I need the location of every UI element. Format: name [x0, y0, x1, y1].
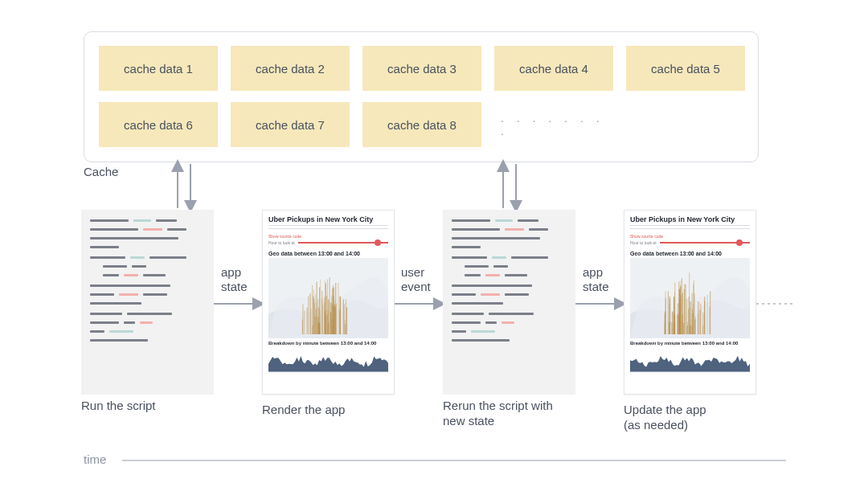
- cache-panel: cache data 1cache data 2cache data 3cach…: [84, 31, 759, 162]
- app-slider-row: Hour to look at: [630, 240, 750, 245]
- arrow-user-event: [395, 297, 443, 310]
- time-label: time: [84, 452, 106, 466]
- cache-cell: cache data 1: [99, 46, 218, 91]
- step-label-run: Run the script: [81, 399, 156, 414]
- app-breakdown-chart: [268, 346, 388, 375]
- app-map: [630, 258, 750, 338]
- script-panel-1: [81, 210, 214, 395]
- app-panel-1: Uber Pickups in New York CityShow source…: [262, 210, 395, 395]
- app-description: [630, 225, 750, 231]
- diagram-stage: cache data 1cache data 2cache data 3cach…: [0, 0, 868, 487]
- app-source-link: Show source code: [268, 234, 388, 239]
- app-source-link: Show source code: [630, 234, 750, 239]
- cache-script-arrows-2: [498, 162, 522, 210]
- app-title: Uber Pickups in New York City: [630, 215, 750, 223]
- arrow-app-state-2: [575, 297, 624, 310]
- app-slider-label: Hour to look at: [630, 240, 657, 245]
- cache-cell: cache data 8: [362, 102, 481, 147]
- app-geo-subtitle: Geo data between 13:00 and 14:00: [268, 251, 388, 256]
- arrow-label-user-event: user event: [401, 265, 431, 294]
- cache-cell: cache data 7: [231, 102, 350, 147]
- app-breakdown-subtitle: Breakdown by minute between 13:00 and 14…: [268, 341, 388, 346]
- step-label-update: Update the app (as needed): [624, 403, 706, 433]
- app-description: [268, 225, 388, 231]
- app-slider-row: Hour to look at: [268, 240, 388, 245]
- cache-ellipsis: . . . . . . . .: [494, 102, 613, 147]
- time-axis: [122, 460, 786, 461]
- cache-cell: cache data 6: [99, 102, 218, 147]
- script-panel-2: [443, 210, 575, 395]
- app-title: Uber Pickups in New York City: [268, 215, 388, 223]
- app-panel-2: Uber Pickups in New York CityShow source…: [624, 210, 756, 395]
- app-breakdown-subtitle: Breakdown by minute between 13:00 and 14…: [630, 341, 750, 346]
- app-breakdown-chart: [630, 346, 750, 375]
- arrow-trailing: [756, 297, 792, 310]
- step-label-rerun: Rerun the script with new state: [443, 399, 553, 429]
- cache-cell: cache data 5: [626, 46, 745, 91]
- cache-script-arrows-1: [173, 162, 197, 210]
- arrow-label-app-state-2: app state: [583, 265, 609, 294]
- cache-cell: cache data 3: [362, 46, 481, 91]
- app-slider-label: Hour to look at: [268, 240, 295, 245]
- arrow-label-app-state-1: app state: [221, 265, 248, 294]
- cache-grid: cache data 1cache data 2cache data 3cach…: [84, 32, 758, 161]
- app-slider: [298, 242, 388, 244]
- cache-label: Cache: [84, 165, 118, 178]
- app-map: [268, 258, 388, 338]
- step-label-render: Render the app: [262, 403, 345, 418]
- app-geo-subtitle: Geo data between 13:00 and 14:00: [630, 251, 750, 256]
- cache-cell: cache data 2: [231, 46, 350, 91]
- cache-cell: cache data 4: [494, 46, 613, 91]
- arrow-app-state-1: [214, 297, 262, 310]
- app-slider: [660, 242, 750, 244]
